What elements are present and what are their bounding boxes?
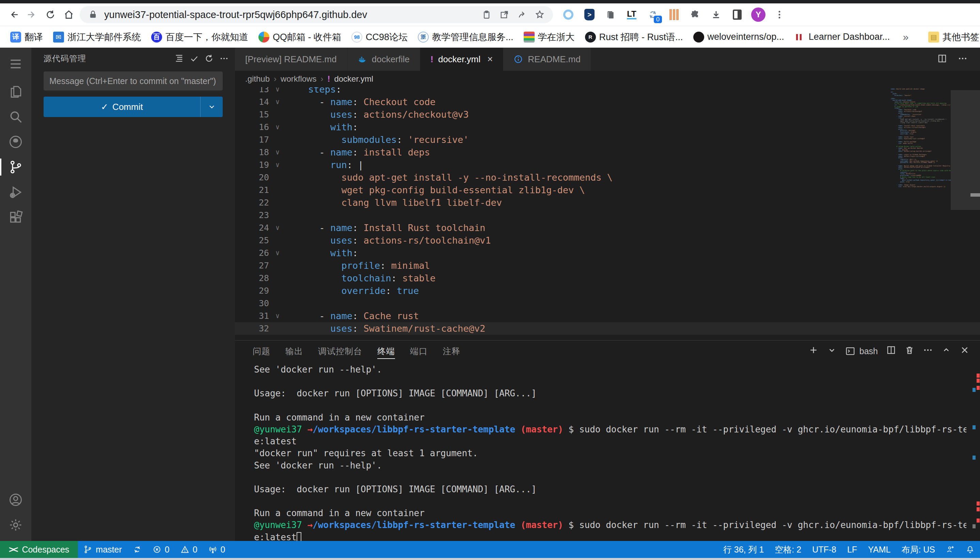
terminal-instance[interactable]: bash [845,346,878,356]
panel-tab-问题[interactable]: 问题 [245,340,278,362]
activity-item-accounts[interactable] [0,487,31,512]
downloads-icon[interactable] [709,7,723,22]
breadcrumb-item[interactable]: workflows [281,74,316,84]
kill-terminal-icon[interactable] [905,345,915,357]
status-forwarded-ports[interactable]: 0 [203,541,231,558]
fold-icon[interactable]: ∨ [269,146,286,158]
breadcrumb-file[interactable]: docker.yml [334,74,373,84]
close-panel-icon[interactable] [960,345,970,357]
panel-tab-输出[interactable]: 输出 [278,340,311,362]
bookmark[interactable]: weloveinterns/op... [689,30,788,45]
back-icon[interactable] [6,7,21,22]
refresh-icon[interactable] [202,51,217,66]
forward-icon[interactable] [25,7,40,22]
new-terminal-icon[interactable] [808,345,819,357]
tab-docker-yml[interactable]: !docker.yml× [420,48,503,71]
editor-more-icon[interactable] [958,53,968,65]
status-remote-indicator[interactable]: ><Codespaces [0,541,78,558]
fold-icon[interactable]: ∨ [269,121,286,133]
view-as-list-icon[interactable] [172,51,187,66]
status-keyboard-layout[interactable]: 布局: US [896,541,940,558]
activity-item-settings[interactable] [0,512,31,538]
extensions-puzzle-icon[interactable] [688,7,702,22]
fold-icon[interactable]: ∨ [269,158,286,171]
browser-menu-icon[interactable] [772,7,787,22]
open-in-new-icon[interactable] [498,8,511,21]
commit-button[interactable]: ✓Commit [43,97,223,117]
activity-item-run-debug[interactable] [0,180,31,205]
bookmark[interactable]: 百百度一下，你就知道 [147,29,253,45]
bookmark[interactable]: 译翻译 [6,29,47,45]
status-cursor-position[interactable]: 行 36, 列 1 [718,541,769,558]
editor[interactable]: 13∨steps:14∨- name: Checkout code15uses:… [235,87,980,340]
editor-scrollbar[interactable] [951,87,980,340]
activity-item-explorer[interactable] [0,79,31,104]
bookmark[interactable]: ✉浙江大学邮件系统 [49,29,145,45]
bookmark[interactable]: 浙教学管理信息服务... [414,29,518,45]
bars-extension-icon[interactable] [667,7,681,22]
bookmark[interactable]: RRust 招聘 - Rust语... [581,29,687,45]
pages-extension-icon[interactable] [604,7,618,22]
tab-dockerfile[interactable]: dockerfile [347,48,420,71]
clipboard-icon[interactable] [480,8,493,21]
status-eol[interactable]: LF [842,541,863,558]
languagetool-icon[interactable]: LT [624,7,639,22]
status-encoding[interactable]: UTF-8 [807,541,842,558]
terminal-dropdown-icon[interactable] [827,345,837,357]
close-icon[interactable]: × [487,54,493,65]
breadcrumb[interactable]: .github›workflows›! docker.yml [235,71,980,87]
split-terminal-icon[interactable] [886,345,896,357]
panel-tab-端口[interactable]: 端口 [403,340,435,362]
fold-icon[interactable]: ∨ [269,222,286,234]
panel-more-icon[interactable] [923,345,933,357]
split-editor-icon[interactable] [937,53,947,65]
bookmark[interactable]: QQ邮箱 - 收件箱 [254,29,345,45]
status-warnings[interactable]: 0 [175,541,203,558]
reload-icon[interactable] [43,7,58,22]
fold-icon[interactable]: ∨ [269,310,286,322]
status-errors[interactable]: 0 [147,541,175,558]
status-feedback[interactable] [940,541,960,558]
sync-extension-icon[interactable]: 0 [646,7,660,22]
shield-extension-icon[interactable]: > [582,7,597,22]
status-label: 空格: 2 [775,544,801,555]
address-bar[interactable]: yunwei37-potential-space-trout-rpr5qwj66… [80,6,553,23]
maximize-panel-icon[interactable] [941,345,952,357]
side-panel-icon[interactable] [730,7,744,22]
more-actions-icon[interactable] [217,51,232,66]
panel-tab-调试控制台[interactable]: 调试控制台 [311,340,370,362]
status-sync[interactable] [127,541,147,558]
breadcrumb-item[interactable]: .github [245,74,270,84]
profile-avatar[interactable]: Y [751,7,766,22]
bookmarks-overflow-icon[interactable]: » [898,31,913,43]
fold-icon[interactable]: ∨ [269,96,286,108]
commit-check-icon[interactable] [187,51,202,66]
bookmark[interactable]: 学在浙大 [520,29,579,45]
panel-tab-终端[interactable]: 终端 [370,340,403,362]
commit-dropdown[interactable] [200,97,223,117]
share-icon[interactable] [515,8,528,21]
terminal[interactable]: See 'docker run --help'.Usage: docker ru… [235,362,980,541]
panel-tab-注释[interactable]: 注释 [435,340,468,362]
tab-readme-md[interactable]: README.md [503,48,591,71]
other-bookmarks[interactable]: ▤其他书签 [924,29,980,45]
circle-extension-icon[interactable] [561,7,575,22]
commit-message-input[interactable] [43,72,223,90]
status-language-mode[interactable]: YAML [863,541,896,558]
tab--preview-readme-md[interactable]: [Preview] README.md [235,48,347,71]
menu-icon[interactable] [0,54,31,74]
fold-icon[interactable]: ∨ [269,247,286,259]
status-branch[interactable]: master [78,541,127,558]
bookmark-star-icon[interactable] [533,8,546,21]
status-notifications[interactable] [960,541,980,558]
home-icon[interactable] [61,7,76,22]
activity-item-search[interactable] [0,104,31,129]
fold-icon[interactable]: ∨ [269,87,286,96]
minimap[interactable]: name: Build and publish docker image on:… [891,87,951,188]
bookmark[interactable]: ▌▌Learner Dashboar... [790,30,894,45]
activity-item-extensions[interactable] [0,205,31,230]
activity-item-github[interactable] [0,129,31,155]
bookmark[interactable]: 98CC98论坛 [347,29,412,45]
status-indentation[interactable]: 空格: 2 [769,541,807,558]
activity-item-source-control[interactable] [0,155,31,180]
